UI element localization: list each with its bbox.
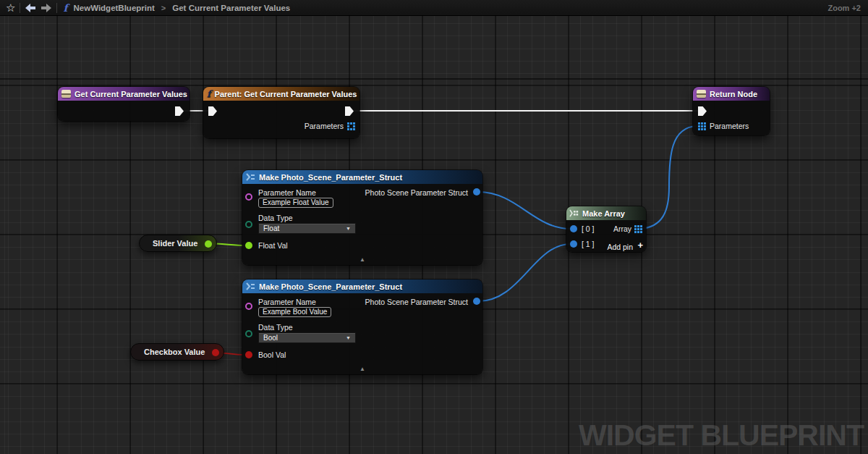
node-header[interactable]: Make Photo_Scene_Parameter_Struct <box>242 279 482 293</box>
toolbar-divider <box>56 3 57 13</box>
data-type-value: Bool <box>263 334 278 342</box>
exec-input-pin[interactable] <box>698 106 707 116</box>
chevron-down-icon: ▼ <box>346 226 351 231</box>
array-element-0-pin[interactable] <box>570 225 577 232</box>
struct-output-label: Photo Scene Parameter Struct <box>365 298 468 306</box>
array-wire-to-return[interactable] <box>641 126 697 229</box>
parameter-name-pin[interactable] <box>245 193 252 201</box>
event-stack-icon <box>61 90 71 98</box>
breadcrumb-root[interactable]: NewWidgetBlueprint <box>73 4 154 12</box>
array-pin-icon[interactable] <box>634 225 642 235</box>
data-type-dropdown[interactable]: Float ▼ <box>258 223 356 234</box>
add-pin-label[interactable]: Add pin <box>607 243 633 251</box>
node-get-current-parameter-values[interactable]: Get Current Parameter Values <box>58 87 190 121</box>
node-make-array[interactable]: Make Array [ 0 ] [ 1 ] Array Add pin + <box>566 206 646 252</box>
node-make-struct-float[interactable]: Make Photo_Scene_Parameter_Struct Parame… <box>242 170 482 265</box>
variable-get-slider-value[interactable]: Slider Value <box>139 235 217 252</box>
node-header[interactable]: Make Photo_Scene_Parameter_Struct <box>242 170 482 184</box>
collapse-advanced-arrow[interactable]: ▲ <box>242 366 482 372</box>
bool-val-label: Bool Val <box>258 350 286 359</box>
breadcrumb-separator: > <box>159 4 168 12</box>
parameter-name-field[interactable]: Example Float Value <box>258 198 333 208</box>
float-output-pin[interactable] <box>205 240 212 248</box>
float-val-label: Float Val <box>258 241 288 250</box>
node-title: Parent: Get Current Parameter Values <box>215 90 357 98</box>
bool-val-pin[interactable] <box>245 351 252 358</box>
node-make-struct-bool[interactable]: Make Photo_Scene_Parameter_Struct Parame… <box>242 279 482 374</box>
node-parent-get-current-parameter-values[interactable]: f Parent: Get Current Parameter Values P… <box>203 87 359 138</box>
node-header[interactable]: Get Current Parameter Values <box>58 87 190 101</box>
blueprint-editor: ☆ f NewWidgetBlueprint > Get Current Par… <box>0 0 868 454</box>
graph-canvas[interactable]: Get Current Parameter Values f Parent: G… <box>0 0 868 454</box>
parameter-name-pin[interactable] <box>245 303 252 310</box>
node-title: Make Array <box>582 209 625 218</box>
array-element-1-label: [ 1 ] <box>582 240 595 248</box>
parameters-output-label: Parameters <box>305 122 344 130</box>
parameter-name-label: Parameter Name <box>258 298 316 306</box>
zoom-level-readout: Zoom +2 <box>827 0 861 16</box>
node-header[interactable]: Make Array <box>566 206 646 220</box>
node-title: Make Photo_Scene_Parameter_Struct <box>259 282 402 291</box>
data-type-pin[interactable] <box>245 221 252 228</box>
node-header[interactable]: Return Node <box>693 87 770 101</box>
make-struct-icon <box>246 282 255 290</box>
array-element-0-label: [ 0 ] <box>582 224 595 233</box>
array-output-label: Array <box>613 224 631 233</box>
data-type-label: Data Type <box>258 214 293 222</box>
struct-output-pin[interactable] <box>473 298 480 305</box>
struct-wire-bool-to-array1[interactable] <box>478 244 571 301</box>
variable-get-checkbox-value[interactable]: Checkbox Value <box>130 343 224 361</box>
data-type-pin[interactable] <box>245 330 252 337</box>
event-stack-icon <box>697 90 706 98</box>
node-return[interactable]: Return Node Parameters <box>693 87 770 135</box>
add-pin-plus-icon[interactable]: + <box>637 240 643 251</box>
graph-type-watermark: WIDGET BLUEPRINT <box>579 419 864 453</box>
bool-output-pin[interactable] <box>212 349 219 356</box>
node-title: Get Current Parameter Values <box>75 90 187 98</box>
back-arrow-icon[interactable] <box>25 3 36 13</box>
forward-arrow-icon[interactable] <box>41 3 52 13</box>
float-val-pin[interactable] <box>245 242 252 249</box>
data-type-value: Float <box>263 224 279 232</box>
variable-label: Slider Value <box>153 239 197 248</box>
graph-toolbar: ☆ f NewWidgetBlueprint > Get Current Par… <box>0 0 868 16</box>
exec-input-pin[interactable] <box>208 106 217 116</box>
variable-label: Checkbox Value <box>144 348 205 356</box>
data-type-dropdown[interactable]: Bool ▼ <box>258 332 356 343</box>
function-icon: f <box>207 90 211 98</box>
chevron-down-icon: ▼ <box>346 335 351 340</box>
make-array-icon <box>569 209 579 217</box>
struct-output-label: Photo Scene Parameter Struct <box>365 188 468 197</box>
favorite-star-icon[interactable]: ☆ <box>6 0 15 16</box>
toolbar-divider <box>20 3 20 13</box>
parameters-input-label: Parameters <box>710 122 749 130</box>
parameter-name-field[interactable]: Example Bool Value <box>258 307 331 317</box>
struct-output-pin[interactable] <box>473 188 480 196</box>
struct-wire-float-to-array0[interactable] <box>478 192 571 229</box>
array-element-1-pin[interactable] <box>570 240 577 248</box>
node-header[interactable]: f Parent: Get Current Parameter Values <box>203 87 359 101</box>
exec-output-pin[interactable] <box>345 106 354 116</box>
array-pin-icon[interactable] <box>347 122 355 132</box>
breadcrumb-current[interactable]: Get Current Parameter Values <box>172 4 290 12</box>
array-pin-icon[interactable] <box>698 122 706 132</box>
make-struct-icon <box>246 173 255 181</box>
exec-output-pin[interactable] <box>175 106 184 116</box>
node-title: Return Node <box>710 90 757 98</box>
parameter-name-label: Parameter Name <box>258 188 316 197</box>
data-type-label: Data Type <box>258 323 293 332</box>
node-title: Make Photo_Scene_Parameter_Struct <box>259 173 402 182</box>
collapse-advanced-arrow[interactable]: ▲ <box>242 256 482 263</box>
function-icon: f <box>61 2 69 14</box>
